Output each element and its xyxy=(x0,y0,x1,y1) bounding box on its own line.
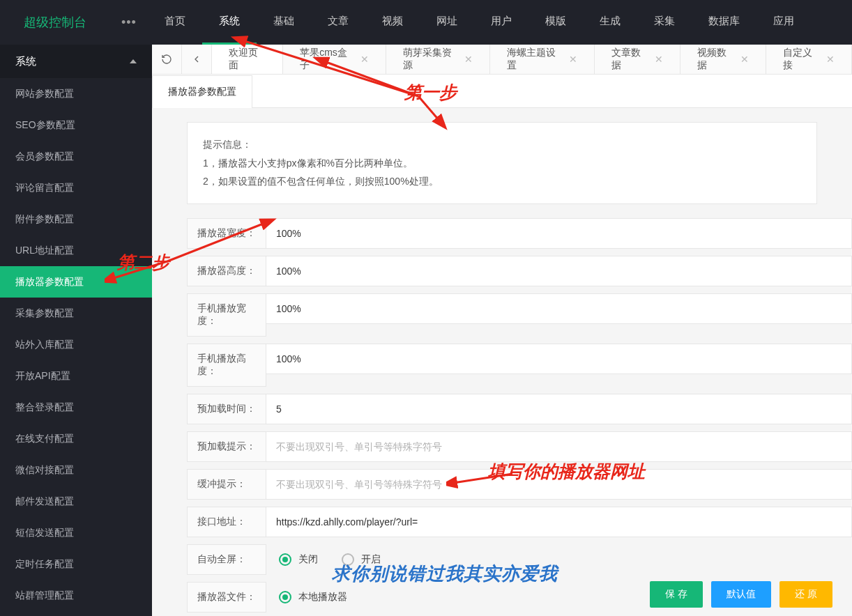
refresh-button[interactable] xyxy=(152,45,182,74)
tab-label: 萌芽采集资源 xyxy=(403,47,458,72)
close-icon[interactable]: ✕ xyxy=(655,54,663,65)
close-icon[interactable]: ✕ xyxy=(826,54,835,65)
tab-prev-button[interactable] xyxy=(182,45,212,74)
sidebar-item[interactable]: 附件参数配置 xyxy=(0,203,152,235)
sidebar-item[interactable]: 开放API配置 xyxy=(0,360,152,392)
label-auto-full: 自动全屏： xyxy=(187,544,266,575)
radio-checked-icon xyxy=(279,553,291,566)
tab-label: 文章数据 xyxy=(611,47,648,72)
radio-auto-full-on[interactable]: 开启 xyxy=(342,553,381,566)
top-nav: 首页系统基础文章视频网址用户模版生成采集数据库应用 xyxy=(148,0,811,45)
tab-item[interactable]: 文章数据✕ xyxy=(595,45,680,74)
form-area: 播放器宽度： 播放器高度： 手机播放宽度： 手机播放高度： 预加载时间： xyxy=(152,218,852,616)
tabs-row: 欢迎页面苹果cms盒子✕萌芽采集资源✕海螺主题设置✕文章数据✕视频数据✕自定义接… xyxy=(152,45,852,75)
input-player-width[interactable] xyxy=(266,218,852,249)
sidebar-item[interactable]: 评论留言配置 xyxy=(0,172,152,203)
tab-label: 海螺主题设置 xyxy=(507,47,562,72)
radio-checked-icon xyxy=(279,591,291,603)
sidebar-item[interactable]: SEO参数配置 xyxy=(0,109,152,141)
tab-label: 自定义接 xyxy=(783,47,819,72)
top-nav-item[interactable]: 系统 xyxy=(202,0,257,45)
tab-label: 苹果cms盒子 xyxy=(300,47,353,72)
input-preload-tip[interactable] xyxy=(266,431,852,462)
section-tabs: 播放器参数配置 xyxy=(152,75,852,108)
save-button[interactable]: 保 存 xyxy=(650,581,703,608)
sidebar-item[interactable]: 网站参数配置 xyxy=(0,78,152,109)
tab-item[interactable]: 视频数据✕ xyxy=(680,45,766,74)
default-button[interactable]: 默认值 xyxy=(711,581,771,608)
sidebar-item[interactable]: 微信对接配置 xyxy=(0,454,152,486)
sidebar-item[interactable]: 短信发送配置 xyxy=(0,517,152,548)
label-mobile-height: 手机播放高度： xyxy=(187,344,266,387)
label-buffer-tip: 缓冲提示： xyxy=(187,469,266,500)
sidebar-item[interactable]: URL地址配置 xyxy=(0,235,152,266)
radio-unchecked-icon xyxy=(342,553,354,566)
radio-player-file-local[interactable]: 本地播放器 xyxy=(279,591,347,603)
top-nav-item[interactable]: 首页 xyxy=(148,0,202,45)
sidebar-item[interactable]: 采集参数配置 xyxy=(0,298,152,329)
sidebar-item[interactable]: 会员参数配置 xyxy=(0,141,152,172)
label-player-height: 播放器高度： xyxy=(187,256,266,286)
top-nav-item[interactable]: 采集 xyxy=(637,0,692,45)
tab-item[interactable]: 自定义接✕ xyxy=(766,45,852,74)
tab-item[interactable]: 苹果cms盒子✕ xyxy=(283,45,386,74)
sidebar-item[interactable]: 整合登录配置 xyxy=(0,392,152,423)
sidebar: 系统 网站参数配置SEO参数配置会员参数配置评论留言配置附件参数配置URL地址配… xyxy=(0,45,152,616)
sidebar-item[interactable]: 站外入库配置 xyxy=(0,329,152,360)
close-icon[interactable]: ✕ xyxy=(740,54,749,65)
input-preload-time[interactable] xyxy=(266,394,852,424)
input-api-url[interactable] xyxy=(266,507,852,537)
label-mobile-width: 手机播放宽度： xyxy=(187,293,266,337)
top-nav-item[interactable]: 生成 xyxy=(583,0,637,45)
footer-buttons: 保 存 默认值 还 原 xyxy=(650,581,832,608)
sidebar-group-system[interactable]: 系统 xyxy=(0,45,152,78)
label-preload-time: 预加载时间： xyxy=(187,394,266,424)
top-nav-item[interactable]: 应用 xyxy=(756,0,811,45)
info-line2: 2，如果设置的值不包含任何单位，则按照100%处理。 xyxy=(203,172,801,191)
sidebar-item[interactable]: 播放器参数配置 xyxy=(0,266,152,298)
input-buffer-tip[interactable] xyxy=(266,469,852,500)
more-icon[interactable]: ••• xyxy=(110,15,148,30)
radio-auto-full-off[interactable]: 关闭 xyxy=(279,553,318,566)
top-nav-item[interactable]: 模版 xyxy=(528,0,583,45)
top-bar: 超级控制台 ••• 首页系统基础文章视频网址用户模版生成采集数据库应用 xyxy=(0,0,852,45)
sidebar-item[interactable]: 邮件发送配置 xyxy=(0,486,152,517)
info-box: 提示信息： 1，播放器大小支持px像素和%百分比两种单位。 2，如果设置的值不包… xyxy=(187,122,817,204)
sidebar-item[interactable]: 在线支付配置 xyxy=(0,423,152,454)
tab-label: 视频数据 xyxy=(697,47,733,72)
tab-item[interactable]: 萌芽采集资源✕ xyxy=(386,45,491,74)
main-area: 欢迎页面苹果cms盒子✕萌芽采集资源✕海螺主题设置✕文章数据✕视频数据✕自定义接… xyxy=(152,45,852,616)
input-mobile-width[interactable] xyxy=(266,293,852,324)
info-line1: 1，播放器大小支持px像素和%百分比两种单位。 xyxy=(203,154,801,173)
radio-label-local: 本地播放器 xyxy=(298,591,347,603)
top-nav-item[interactable]: 网址 xyxy=(420,0,474,45)
tab-item[interactable]: 欢迎页面 xyxy=(212,45,283,74)
top-nav-item[interactable]: 视频 xyxy=(365,0,420,45)
close-icon[interactable]: ✕ xyxy=(360,54,369,65)
input-player-height[interactable] xyxy=(266,256,852,286)
close-icon[interactable]: ✕ xyxy=(464,54,473,65)
input-mobile-height[interactable] xyxy=(266,344,852,374)
radio-label-on: 开启 xyxy=(361,553,381,566)
top-nav-item[interactable]: 文章 xyxy=(311,0,365,45)
reset-button[interactable]: 还 原 xyxy=(779,581,832,608)
label-player-width: 播放器宽度： xyxy=(187,218,266,249)
info-title: 提示信息： xyxy=(203,135,801,154)
label-api-url: 接口地址： xyxy=(187,507,266,537)
top-nav-item[interactable]: 用户 xyxy=(474,0,528,45)
sidebar-item[interactable]: 定时任务配置 xyxy=(0,548,152,580)
tab-item[interactable]: 海螺主题设置✕ xyxy=(490,45,595,74)
top-nav-item[interactable]: 数据库 xyxy=(692,0,756,45)
sidebar-item[interactable]: 站群管理配置 xyxy=(0,580,152,611)
label-player-file: 播放器文件： xyxy=(187,582,266,613)
label-preload-tip: 预加载提示： xyxy=(187,431,266,462)
section-tab-player[interactable]: 播放器参数配置 xyxy=(152,75,252,108)
close-icon[interactable]: ✕ xyxy=(569,54,577,65)
brand-title: 超级控制台 xyxy=(0,14,110,31)
tab-label: 欢迎页面 xyxy=(229,47,266,72)
caret-up-icon xyxy=(130,59,137,63)
content-area: 播放器参数配置 提示信息： 1，播放器大小支持px像素和%百分比两种单位。 2，… xyxy=(152,75,852,616)
sidebar-group-label: 系统 xyxy=(15,45,36,78)
radio-label-off: 关闭 xyxy=(298,553,318,566)
top-nav-item[interactable]: 基础 xyxy=(257,0,311,45)
